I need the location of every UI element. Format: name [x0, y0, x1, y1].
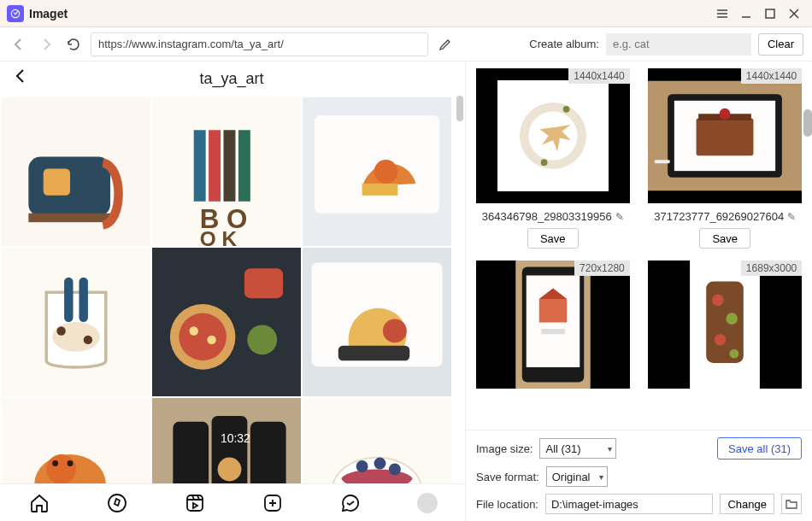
edit-filename-icon[interactable]: ✎: [615, 211, 624, 223]
svg-rect-68: [539, 299, 568, 323]
change-location-button[interactable]: Change: [720, 494, 774, 514]
svg-point-29: [247, 325, 277, 354]
svg-point-18: [52, 322, 100, 352]
filename-text: 364346798_29803319956: [482, 210, 612, 223]
instagram-nav: [0, 483, 465, 521]
create-icon[interactable]: [262, 492, 284, 514]
save-button[interactable]: Save: [699, 228, 750, 249]
svg-point-36: [46, 454, 76, 483]
svg-point-57: [562, 106, 569, 113]
result-card: 720x1280: [474, 260, 632, 389]
svg-rect-5: [44, 169, 70, 196]
svg-point-50: [109, 495, 126, 512]
results-scrollbar[interactable]: [803, 61, 812, 521]
explore-icon[interactable]: [106, 492, 128, 514]
svg-point-22: [84, 336, 92, 344]
results-panel: 1440x1440 364346798_29803319956✎ Save 14…: [466, 61, 812, 521]
clear-button[interactable]: Clear: [758, 33, 803, 56]
svg-rect-72: [706, 282, 744, 363]
save-button[interactable]: Save: [527, 228, 579, 249]
result-card: 1440x1440 371723777_69269027604✎ Save: [647, 68, 804, 249]
save-format-select[interactable]: Original: [546, 466, 608, 487]
titlebar: Imaget: [0, 0, 812, 27]
post-thumbnail[interactable]: B OO K: [152, 97, 301, 246]
post-thumbnail[interactable]: [2, 97, 150, 246]
svg-rect-64: [655, 160, 670, 163]
file-location-input[interactable]: D:\imaget-images: [545, 494, 713, 514]
svg-rect-28: [244, 268, 283, 298]
reels-icon[interactable]: [184, 492, 206, 514]
highlighter-icon[interactable]: [435, 34, 456, 55]
post-thumbnail[interactable]: [2, 248, 150, 396]
svg-rect-70: [541, 329, 565, 334]
nav-back-icon[interactable]: [9, 34, 29, 55]
svg-point-32: [383, 319, 407, 343]
open-folder-icon[interactable]: [781, 494, 802, 514]
minimize-icon[interactable]: [735, 3, 757, 25]
close-icon[interactable]: [783, 3, 805, 25]
svg-point-25: [179, 313, 227, 361]
nav-forward-icon[interactable]: [36, 34, 56, 55]
file-location-label: File location:: [476, 498, 538, 511]
reload-icon[interactable]: [63, 34, 84, 55]
dimensions-badge: 1440x1440: [568, 68, 629, 84]
svg-rect-40: [173, 422, 209, 483]
home-icon[interactable]: [28, 492, 50, 514]
svg-point-26: [190, 326, 198, 335]
svg-point-76: [730, 349, 739, 359]
svg-rect-10: [238, 130, 250, 202]
profile-username: ta_ya_art: [10, 70, 453, 88]
result-thumbnail[interactable]: 1440x1440: [648, 68, 802, 203]
app-title: Imaget: [29, 7, 68, 20]
result-thumbnail[interactable]: 1689x3000: [648, 260, 802, 389]
svg-point-75: [715, 334, 727, 346]
save-all-button[interactable]: Save all (31): [717, 437, 802, 460]
svg-rect-42: [250, 422, 286, 483]
browser-panel: ta_ya_art B OO K 10:32: [0, 61, 466, 521]
svg-rect-9: [224, 130, 236, 202]
messages-icon[interactable]: [339, 492, 362, 514]
app-logo: [7, 5, 24, 22]
svg-point-74: [727, 313, 738, 325]
post-thumbnail[interactable]: [303, 398, 451, 483]
dimensions-badge: 1689x3000: [741, 260, 802, 276]
svg-point-21: [56, 326, 65, 335]
maximize-icon[interactable]: [759, 3, 781, 25]
svg-point-48: [374, 458, 386, 470]
image-size-label: Image size:: [476, 442, 533, 455]
svg-point-73: [712, 295, 724, 307]
result-thumbnail[interactable]: 720x1280: [476, 260, 630, 389]
edit-filename-icon[interactable]: ✎: [787, 211, 796, 223]
post-thumbnail[interactable]: [2, 398, 150, 483]
svg-point-56: [540, 159, 547, 166]
svg-rect-20: [79, 278, 87, 322]
post-thumbnail[interactable]: [303, 97, 451, 246]
image-size-select[interactable]: All (31): [539, 438, 616, 459]
result-thumbnail[interactable]: 1440x1440: [476, 68, 630, 203]
result-card: 1689x3000: [647, 260, 804, 389]
svg-rect-61: [697, 118, 754, 155]
dimensions-badge: 720x1280: [574, 260, 630, 276]
url-input[interactable]: https://www.instagram.com/ta_ya_art/: [91, 32, 428, 56]
svg-point-63: [720, 108, 731, 120]
svg-point-44: [218, 458, 242, 482]
album-name-input[interactable]: [606, 33, 751, 56]
grid-scrollbar[interactable]: [456, 96, 463, 483]
svg-point-37: [52, 460, 58, 466]
profile-avatar-icon[interactable]: [417, 493, 438, 513]
svg-rect-7: [194, 130, 206, 202]
post-thumbnail[interactable]: 10:32: [152, 398, 301, 483]
svg-rect-51: [187, 495, 203, 511]
url-text: https://www.instagram.com/ta_ya_art/: [98, 38, 284, 50]
save-format-label: Save format:: [476, 471, 539, 483]
toolbar: https://www.instagram.com/ta_ya_art/ Cre…: [0, 27, 812, 61]
svg-point-15: [374, 160, 398, 184]
svg-rect-16: [362, 184, 398, 196]
menu-icon[interactable]: [711, 3, 733, 25]
svg-text:10:32: 10:32: [221, 431, 250, 445]
post-thumbnail[interactable]: [303, 248, 451, 396]
filename-text: 371723777_69269027604: [654, 210, 784, 223]
result-card: 1440x1440 364346798_29803319956✎ Save: [474, 68, 632, 249]
footer-controls: Image size: All (31) Save all (31) Save …: [466, 430, 812, 521]
post-thumbnail[interactable]: [152, 248, 301, 396]
